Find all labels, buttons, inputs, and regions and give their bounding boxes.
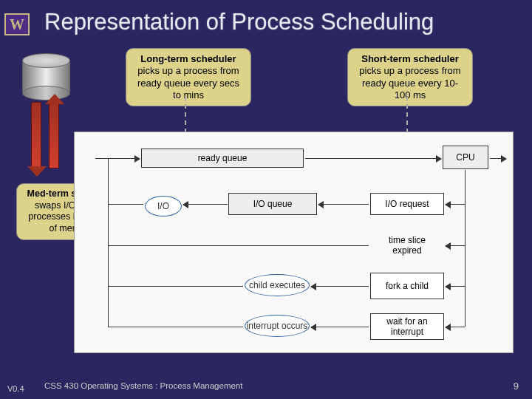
fork-box: fork a child [370, 273, 444, 299]
connector [108, 204, 143, 205]
io-oval: I/O [145, 196, 182, 216]
slide-title: Representation of Process Scheduling [44, 9, 525, 35]
callout-short-term: Short-term scheduler picks up a process … [347, 48, 473, 106]
footer-text: CSS 430 Operating Systems : Process Mana… [44, 381, 242, 390]
arrow [446, 286, 465, 287]
arrow [446, 327, 465, 327]
arrow [318, 204, 369, 205]
version-label: V0.4 [7, 384, 24, 393]
arrow [95, 158, 140, 159]
callout-body: picks up a process from ready queue ever… [134, 65, 243, 101]
arrow [183, 204, 228, 205]
page-number: 9 [514, 381, 519, 392]
arrow [490, 158, 506, 159]
io-queue-box: I/O queue [228, 193, 317, 215]
connector [108, 245, 369, 246]
ready-queue-box: ready queue [141, 149, 304, 168]
callout-body: picks up a process from ready queue ever… [355, 65, 465, 101]
io-request-box: I/O request [370, 193, 444, 215]
time-slice-label: time slice expired [370, 232, 444, 259]
scheduling-diagram: ready queue CPU I/O I/O queue I/O reques… [74, 132, 514, 353]
callout-title: Short-term scheduler [355, 53, 465, 65]
disk-icon [22, 53, 70, 98]
swap-arrows-icon [28, 102, 65, 182]
connector-dash [185, 96, 186, 133]
arrow [446, 204, 465, 205]
connector [108, 327, 243, 327]
arrow [305, 158, 441, 159]
arrow [311, 286, 369, 287]
uw-logo: W [4, 13, 30, 35]
arrow [446, 245, 465, 246]
child-exec-oval: child executes [245, 274, 310, 296]
connector [108, 286, 243, 287]
logo-letter: W [10, 16, 24, 33]
wait-interrupt-box: wait for an interrupt [370, 313, 444, 340]
arrow [311, 327, 369, 327]
connector-dash [406, 96, 408, 133]
connector [465, 170, 466, 327]
interrupt-occurs-oval: interrupt occurs [245, 315, 310, 337]
cpu-box: CPU [443, 146, 488, 169]
connector [108, 158, 109, 327]
callout-long-term: Long-term scheduler picks up a process f… [126, 48, 251, 106]
callout-title: Long-term scheduler [134, 53, 243, 65]
